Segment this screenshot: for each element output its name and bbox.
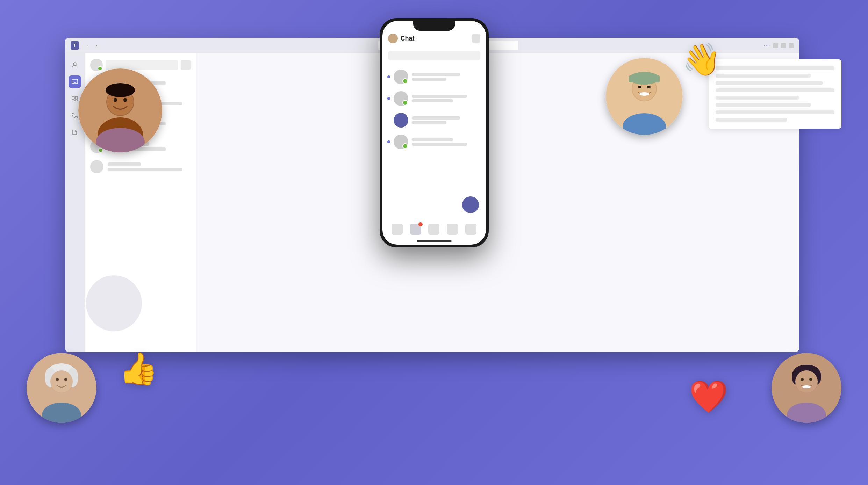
preview-line xyxy=(412,99,453,102)
phone-nav-chat[interactable] xyxy=(410,224,421,235)
heart-emoji: ❤️ xyxy=(689,378,728,415)
phone-nav-more[interactable] xyxy=(465,224,476,235)
svg-rect-3 xyxy=(72,96,74,99)
person-face-svg xyxy=(27,353,96,423)
chat-item-content xyxy=(108,162,191,171)
person-face-svg xyxy=(606,58,683,135)
avatar xyxy=(394,113,408,128)
content-line xyxy=(716,74,811,78)
phone-chat-item[interactable] xyxy=(382,131,486,153)
more-options-icon[interactable]: ··· xyxy=(764,42,770,49)
phone-header-left: Chat xyxy=(388,34,415,43)
person-avatar-black-man xyxy=(78,68,162,152)
minimize-button[interactable] xyxy=(773,43,778,48)
chat-name-line xyxy=(108,162,141,166)
phone-menu-button[interactable] xyxy=(472,34,480,43)
person-avatar-woman xyxy=(772,353,841,423)
avatar xyxy=(394,91,408,106)
svg-text:T: T xyxy=(73,43,76,48)
unread-dot xyxy=(387,140,390,143)
name-line xyxy=(412,138,453,141)
name-line xyxy=(412,116,460,120)
phone-fab-button[interactable] xyxy=(462,196,479,213)
svg-point-40 xyxy=(809,378,812,381)
svg-rect-19 xyxy=(629,75,660,82)
svg-point-20 xyxy=(638,86,641,88)
svg-point-30 xyxy=(56,378,59,381)
person-face-svg xyxy=(78,68,162,152)
phone-search-bar[interactable] xyxy=(388,51,480,60)
svg-point-38 xyxy=(795,370,818,393)
phone-chat-item[interactable] xyxy=(382,109,486,131)
svg-point-21 xyxy=(647,86,651,88)
nav-badge xyxy=(418,222,423,226)
phone-user-avatar[interactable] xyxy=(388,34,398,43)
content-line xyxy=(716,88,834,92)
phone-app-title: Chat xyxy=(401,35,415,42)
user-avatar[interactable] xyxy=(90,59,103,71)
maximize-button[interactable] xyxy=(781,43,786,48)
person-face-svg xyxy=(772,353,841,423)
nav-controls: ‹ › xyxy=(85,42,100,49)
chat-preview-line xyxy=(108,168,182,171)
preview-line xyxy=(412,121,446,124)
svg-point-14 xyxy=(106,83,135,97)
close-button[interactable] xyxy=(789,43,794,48)
waving-hand-emoji: 👋 xyxy=(682,41,721,78)
phone-nav-home[interactable] xyxy=(392,224,403,235)
phone-chat-list xyxy=(382,63,486,155)
svg-point-2 xyxy=(73,63,76,65)
chat-item-content xyxy=(412,95,481,102)
svg-point-12 xyxy=(123,98,127,102)
content-line xyxy=(716,96,799,100)
nav-back-button[interactable]: ‹ xyxy=(85,42,92,49)
window-controls: ··· xyxy=(764,42,794,49)
avatar xyxy=(394,70,408,84)
preview-line xyxy=(412,143,467,146)
svg-point-11 xyxy=(114,98,117,102)
svg-rect-6 xyxy=(75,100,78,101)
phone-nav-calendar[interactable] xyxy=(447,224,458,235)
chat-item-content xyxy=(412,138,481,146)
preview-line xyxy=(412,78,446,81)
svg-rect-4 xyxy=(75,96,78,99)
svg-point-22 xyxy=(639,92,649,96)
person-avatar-asian-man xyxy=(606,58,683,135)
teams-icon: T xyxy=(71,41,79,50)
decorative-blob xyxy=(86,275,142,331)
svg-point-41 xyxy=(802,385,811,388)
svg-point-39 xyxy=(801,378,804,381)
sidebar-icon-chat[interactable] xyxy=(69,75,81,88)
nav-forward-button[interactable]: › xyxy=(93,42,100,49)
thumbs-up-emoji: 👍 xyxy=(119,350,158,387)
chat-item-content xyxy=(412,116,481,124)
card-content xyxy=(716,66,834,122)
name-line xyxy=(412,73,460,76)
avatar xyxy=(394,135,408,149)
svg-point-31 xyxy=(64,378,67,381)
content-line xyxy=(716,118,787,122)
phone-screen: Chat xyxy=(382,21,486,245)
unread-dot xyxy=(387,75,390,78)
unread-dot xyxy=(387,97,390,100)
mobile-phone: Chat xyxy=(380,18,489,247)
svg-point-29 xyxy=(50,370,73,393)
content-line xyxy=(716,110,834,114)
chat-item-content xyxy=(412,73,481,81)
phone-nav-teams[interactable] xyxy=(428,224,439,235)
phone-bottom-nav xyxy=(382,224,486,235)
phone-chat-item[interactable] xyxy=(382,88,486,109)
sidebar-icon-activity[interactable] xyxy=(69,59,81,71)
phone-chat-item[interactable] xyxy=(382,66,486,88)
chat-item[interactable] xyxy=(85,157,196,177)
content-line xyxy=(716,81,823,85)
floating-content-card xyxy=(709,59,841,129)
content-line xyxy=(716,103,811,107)
svg-rect-5 xyxy=(72,100,74,101)
phone-notch xyxy=(413,21,455,31)
filter-button[interactable] xyxy=(181,60,191,70)
person-avatar-older-woman xyxy=(27,353,96,423)
phone-home-indicator xyxy=(417,240,452,242)
sidebar-icon-files[interactable] xyxy=(69,126,81,138)
name-line xyxy=(412,95,467,98)
